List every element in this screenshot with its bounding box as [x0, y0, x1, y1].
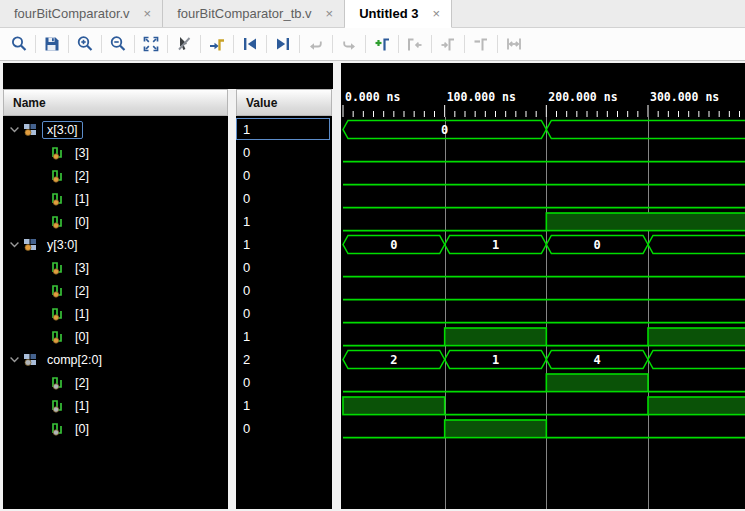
- next-marker-icon: [439, 35, 457, 53]
- tab-fourbitcomparator-tb-v[interactable]: fourBitComparator_tb.v×: [163, 0, 345, 27]
- bit-icon: [51, 307, 67, 321]
- signal-name-label: [0]: [70, 213, 94, 231]
- add-marker-button[interactable]: [369, 31, 395, 57]
- svg-text:0: 0: [390, 238, 397, 252]
- chevron-down-icon[interactable]: [9, 239, 23, 250]
- signal-row-1[interactable]: [1]: [3, 187, 228, 210]
- previous-marker-button: [402, 31, 428, 57]
- tab-close-icon[interactable]: ×: [432, 6, 440, 21]
- signal-name-label: [1]: [70, 397, 94, 415]
- signal-name-label: [0]: [70, 328, 94, 346]
- signal-row-x-3-0[interactable]: x[3:0]: [3, 118, 228, 141]
- signal-row-comp-2-0[interactable]: comp[2:0]: [3, 348, 228, 371]
- signal-name-panel: Name x[3:0][3][2][1][0]y[3:0][3][2][1][0…: [3, 89, 228, 509]
- bit-icon: [51, 399, 67, 413]
- svg-text:100.000 ns: 100.000 ns: [447, 90, 516, 104]
- signal-value[interactable]: 0: [236, 164, 330, 186]
- signal-name-label: [3]: [70, 259, 94, 277]
- bit-icon: [51, 422, 67, 436]
- select-mode-button[interactable]: [171, 31, 197, 57]
- signal-row-2[interactable]: [2]: [3, 164, 228, 187]
- redo-view-button: [336, 31, 362, 57]
- svg-text:0: 0: [441, 123, 448, 137]
- bit-icon: [51, 192, 67, 206]
- signal-value[interactable]: 0: [236, 187, 330, 209]
- chevron-down-icon[interactable]: [9, 354, 23, 365]
- delete-marker-icon: [472, 35, 490, 53]
- undo-view-icon: [307, 35, 325, 53]
- toolbar-separator: [101, 35, 102, 53]
- signal-value[interactable]: 1: [236, 325, 330, 347]
- waveform-row-comp-2-0[interactable]: 214: [341, 348, 745, 371]
- waveform-row-1[interactable]: [341, 187, 745, 210]
- save-waveform-button[interactable]: [39, 31, 65, 57]
- waveform-row-3[interactable]: [341, 256, 745, 279]
- waveform-row-0[interactable]: [341, 210, 745, 233]
- save-waveform-icon: [43, 35, 61, 53]
- signal-value[interactable]: 0: [236, 302, 330, 324]
- timeline-ruler[interactable]: 0.000 ns100.000 ns200.000 ns300.000 ns: [341, 89, 745, 117]
- waveform-row-0[interactable]: [341, 417, 745, 440]
- waveform-toolbar: [0, 28, 745, 61]
- signal-row-1[interactable]: [1]: [3, 302, 228, 325]
- next-transition-icon: [274, 35, 292, 53]
- svg-text:1: 1: [492, 238, 499, 252]
- signal-name-label: x[3:0]: [42, 121, 83, 139]
- waveform-row-1[interactable]: [341, 394, 745, 417]
- tab-untitled-3[interactable]: Untitled 3×: [345, 0, 452, 28]
- signal-value[interactable]: 2: [236, 348, 330, 370]
- bit-icon: [51, 261, 67, 275]
- zoom-in-button[interactable]: [72, 31, 98, 57]
- waveform-row-0[interactable]: [341, 325, 745, 348]
- waveform-row-2[interactable]: [341, 164, 745, 187]
- signal-name-label: [2]: [70, 167, 94, 185]
- signal-row-0[interactable]: [0]: [3, 210, 228, 233]
- tab-fourbitcomparator-v[interactable]: fourBitComparator.v×: [0, 0, 163, 27]
- go-to-time-button[interactable]: [204, 31, 230, 57]
- redo-view-icon: [340, 35, 358, 53]
- signal-row-3[interactable]: [3]: [3, 256, 228, 279]
- signal-value[interactable]: 0: [236, 279, 330, 301]
- zoom-fit-icon: [142, 35, 160, 53]
- chevron-down-icon[interactable]: [9, 124, 23, 135]
- signal-value[interactable]: 0: [236, 417, 330, 439]
- select-mode-icon: [175, 35, 193, 53]
- waveform-row-y-3-0[interactable]: 010: [341, 233, 745, 256]
- signal-row-2[interactable]: [2]: [3, 279, 228, 302]
- signal-row-1[interactable]: [1]: [3, 394, 228, 417]
- signal-value[interactable]: 0: [236, 256, 330, 278]
- signal-row-y-3-0[interactable]: y[3:0]: [3, 233, 228, 256]
- signal-row-2[interactable]: [2]: [3, 371, 228, 394]
- waveform-canvas[interactable]: 0.000 ns100.000 ns200.000 ns300.000 ns00…: [341, 63, 745, 509]
- signal-row-3[interactable]: [3]: [3, 141, 228, 164]
- waveform-row-x-3-0[interactable]: 0: [341, 118, 745, 141]
- next-transition-button[interactable]: [270, 31, 296, 57]
- signal-value[interactable]: 1: [236, 118, 330, 140]
- signal-value[interactable]: 0: [236, 371, 330, 393]
- signal-value[interactable]: 1: [236, 210, 330, 232]
- zoom-out-button[interactable]: [105, 31, 131, 57]
- toolbar-separator: [167, 35, 168, 53]
- previous-transition-icon: [241, 35, 259, 53]
- tab-label: fourBitComparator_tb.v: [177, 6, 311, 21]
- waveform-row-2[interactable]: [341, 279, 745, 302]
- tab-close-icon[interactable]: ×: [326, 6, 334, 21]
- svg-text:0: 0: [594, 238, 601, 252]
- signal-value[interactable]: 1: [236, 394, 330, 416]
- waveform-row-2[interactable]: [341, 371, 745, 394]
- signal-row-0[interactable]: [0]: [3, 417, 228, 440]
- signal-name-label: [1]: [70, 190, 94, 208]
- signal-row-0[interactable]: [0]: [3, 325, 228, 348]
- tab-close-icon[interactable]: ×: [144, 6, 152, 21]
- bit-icon: [51, 169, 67, 183]
- signal-value[interactable]: 1: [236, 233, 330, 255]
- tab-label: Untitled 3: [359, 6, 418, 21]
- toolbar-separator: [398, 35, 399, 53]
- waveform-row-3[interactable]: [341, 141, 745, 164]
- next-marker-button: [435, 31, 461, 57]
- previous-transition-button[interactable]: [237, 31, 263, 57]
- find-button[interactable]: [6, 31, 32, 57]
- waveform-row-1[interactable]: [341, 302, 745, 325]
- zoom-fit-button[interactable]: [138, 31, 164, 57]
- signal-value[interactable]: 0: [236, 141, 330, 163]
